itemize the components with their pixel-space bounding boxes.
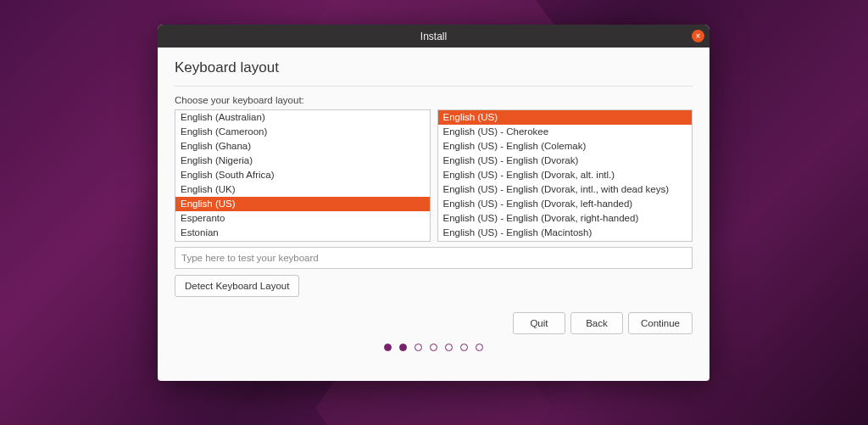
- variant-item[interactable]: English (US) - English (Norman): [438, 240, 693, 242]
- detect-layout-button[interactable]: Detect Keyboard Layout: [175, 275, 299, 297]
- installer-window: Install × Keyboard layout Choose your ke…: [158, 25, 709, 381]
- progress-dot: [445, 344, 453, 351]
- progress-indicator: [175, 334, 693, 360]
- variant-item[interactable]: English (US) - English (Macintosh): [438, 226, 693, 240]
- variant-item[interactable]: English (US) - English (Dvorak, left-han…: [438, 197, 693, 211]
- layout-lists: English (Australian)English (Cameroon)En…: [175, 109, 693, 242]
- layout-item[interactable]: English (Cameroon): [175, 125, 430, 139]
- progress-dot: [460, 344, 468, 351]
- layout-item[interactable]: English (Nigeria): [175, 154, 430, 168]
- variant-item[interactable]: English (US): [438, 110, 693, 125]
- progress-dot: [384, 344, 392, 351]
- variant-item[interactable]: English (US) - English (Dvorak, alt. int…: [438, 168, 693, 182]
- variant-item[interactable]: English (US) - English (Colemak): [438, 139, 693, 154]
- continue-button[interactable]: Continue: [628, 312, 693, 334]
- progress-dot: [476, 344, 483, 351]
- back-button[interactable]: Back: [570, 312, 623, 334]
- layout-item[interactable]: Faroese: [175, 240, 430, 242]
- layout-item[interactable]: English (Ghana): [175, 139, 430, 154]
- variant-item[interactable]: English (US) - English (Dvorak): [438, 154, 693, 168]
- variant-item[interactable]: English (US) - English (Dvorak, right-ha…: [438, 211, 693, 226]
- progress-dot: [415, 344, 422, 351]
- page-heading: Keyboard layout: [175, 59, 693, 87]
- layout-item[interactable]: English (UK): [175, 182, 430, 197]
- quit-button[interactable]: Quit: [513, 312, 565, 334]
- navigation-row: Quit Back Continue: [175, 312, 693, 334]
- layouts-listbox[interactable]: English (Australian)English (Cameroon)En…: [175, 109, 431, 242]
- variant-item[interactable]: English (US) - Cherokee: [438, 125, 693, 139]
- layout-item[interactable]: English (Australian): [175, 110, 430, 125]
- progress-dot: [399, 344, 407, 351]
- layout-item[interactable]: English (South Africa): [175, 168, 430, 182]
- variants-listbox[interactable]: English (US)English (US) - CherokeeEngli…: [437, 109, 693, 242]
- instruction-text: Choose your keyboard layout:: [175, 95, 693, 105]
- layout-item[interactable]: Esperanto: [175, 211, 430, 226]
- progress-dot: [430, 344, 437, 351]
- window-title: Install: [420, 31, 447, 42]
- close-button[interactable]: ×: [692, 30, 704, 42]
- variant-item[interactable]: English (US) - English (Dvorak, intl., w…: [438, 182, 693, 197]
- close-icon: ×: [696, 32, 701, 41]
- layout-item[interactable]: Estonian: [175, 226, 430, 240]
- test-keyboard-input[interactable]: [175, 247, 693, 269]
- content-area: Keyboard layout Choose your keyboard lay…: [158, 48, 709, 381]
- layout-item[interactable]: English (US): [175, 197, 430, 211]
- titlebar: Install ×: [158, 25, 709, 48]
